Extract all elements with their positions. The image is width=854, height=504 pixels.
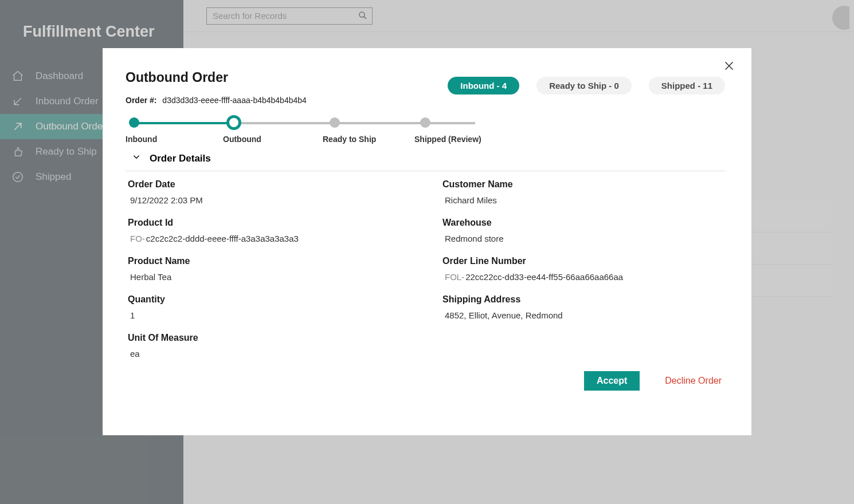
field-value: Redmond store (442, 234, 723, 243)
field-label: Order Date (128, 179, 408, 190)
field-value: FOL-22cc22cc-dd33-ee44-ff55-66aa66aa66aa (442, 272, 723, 282)
order-number-label: Order #: (126, 96, 156, 105)
field-warehouse: Warehouse Redmond store (442, 218, 723, 243)
pill-inbound[interactable]: Inbound - 4 (448, 77, 519, 94)
step-label: Ready to Ship (323, 135, 376, 144)
field-label: Shipping Address (442, 294, 723, 305)
field-value: ea (128, 349, 408, 359)
progress-stepper: Inbound Outbound Ready to Ship Shipped (… (126, 117, 481, 152)
step-node-ready (330, 117, 340, 128)
step-label: Inbound (126, 135, 157, 144)
field-product-id: Product Id FO-c2c2c2c2-dddd-eeee-ffff-a3… (128, 218, 408, 243)
field-label: Quantity (128, 294, 408, 305)
chevron-down-icon (131, 152, 142, 165)
step-label: Shipped (Review) (414, 135, 481, 144)
field-label: Product Id (128, 218, 408, 228)
divider (126, 171, 725, 171)
field-value: 9/12/2022 2:03 PM (128, 195, 408, 205)
modal-actions: Accept Decline Order (126, 371, 725, 391)
field-label: Unit Of Measure (128, 333, 408, 343)
outbound-order-modal: Outbound Order Order #: d3d3d3d3-eeee-ff… (103, 48, 751, 435)
oln-prefix: FOL- (445, 272, 464, 282)
step-label: Outbound (223, 135, 261, 144)
field-label: Customer Name (442, 179, 723, 190)
field-value: Richard Miles (442, 195, 723, 205)
modal-header: Outbound Order Order #: d3d3d3d3-eeee-ff… (126, 70, 725, 105)
close-icon[interactable] (723, 60, 735, 74)
field-value: 1 (128, 310, 408, 320)
step-track-fill (131, 122, 232, 124)
details-grid: Order Date 9/12/2022 2:03 PM Product Id … (126, 179, 725, 371)
step-node-shipped (420, 117, 430, 128)
section-title: Order Details (150, 153, 211, 164)
field-shipping-address: Shipping Address 4852, Elliot, Avenue, R… (442, 294, 723, 320)
step-node-inbound (129, 117, 139, 128)
order-number-row: Order #: d3d3d3d3-eeee-ffff-aaaa-b4b4b4b… (126, 96, 307, 105)
field-quantity: Quantity 1 (128, 294, 408, 320)
modal-overlay: Outbound Order Order #: d3d3d3d3-eeee-ff… (0, 0, 854, 504)
field-value: 4852, Elliot, Avenue, Redmond (442, 310, 723, 320)
modal-title: Outbound Order (126, 70, 307, 85)
field-customer-name: Customer Name Richard Miles (442, 179, 723, 205)
field-product-name: Product Name Herbal Tea (128, 256, 408, 282)
order-details-header[interactable]: Order Details (126, 152, 725, 171)
field-order-line-number: Order Line Number FOL-22cc22cc-dd33-ee44… (442, 256, 723, 282)
field-value: Herbal Tea (128, 272, 408, 282)
order-number-value: d3d3d3d3-eeee-ffff-aaaa-b4b4b4b4b4b4 (162, 96, 306, 105)
field-label: Product Name (128, 256, 408, 266)
decline-order-button[interactable]: Decline Order (665, 376, 722, 386)
pill-ready-to-ship[interactable]: Ready to Ship - 0 (536, 77, 632, 94)
field-value: FO-c2c2c2c2-dddd-eeee-ffff-a3a3a3a3a3a3 (128, 234, 408, 243)
product-id-prefix: FO- (130, 234, 145, 243)
step-node-outbound (226, 115, 241, 130)
field-uom: Unit Of Measure ea (128, 333, 408, 359)
field-order-date: Order Date 9/12/2022 2:03 PM (128, 179, 408, 205)
accept-button[interactable]: Accept (584, 371, 640, 391)
status-pills: Inbound - 4 Ready to Ship - 0 Shipped - … (448, 77, 725, 94)
field-label: Order Line Number (442, 256, 723, 266)
product-id-value: c2c2c2c2-dddd-eeee-ffff-a3a3a3a3a3a3 (146, 234, 299, 243)
oln-value: 22cc22cc-dd33-ee44-ff55-66aa66aa66aa (465, 272, 623, 282)
field-label: Warehouse (442, 218, 723, 228)
pill-shipped[interactable]: Shipped - 11 (649, 77, 725, 94)
